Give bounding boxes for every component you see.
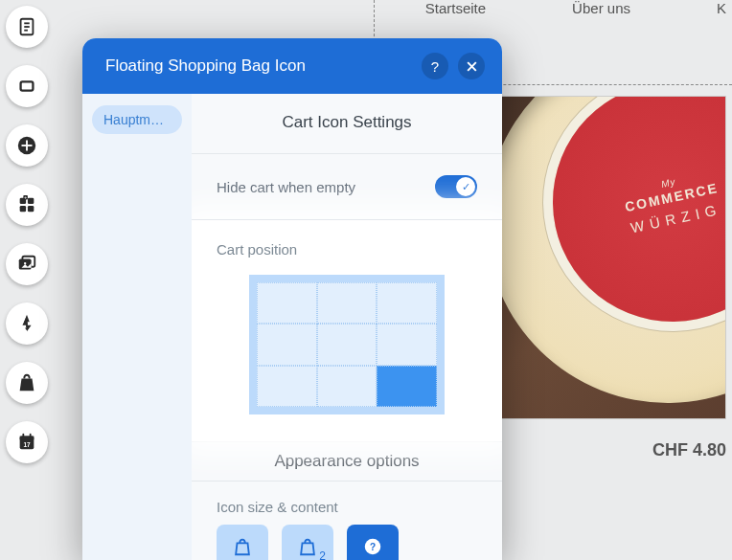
panel-header: Floating Shopping Bag Icon ?: [82, 38, 502, 94]
nav-item[interactable]: K: [717, 0, 726, 40]
icon-option-more[interactable]: ?: [347, 525, 399, 560]
svg-rect-4: [21, 81, 34, 90]
settings-panel: Floating Shopping Bag Icon ? Hauptm… Car…: [82, 38, 502, 560]
svg-text:?: ?: [370, 542, 376, 552]
cart-position-picker: [249, 275, 445, 414]
pos-middle-left[interactable]: [257, 324, 317, 365]
cart-position-label: Cart position: [217, 241, 477, 258]
section-title-settings: Cart Icon Settings: [217, 109, 477, 138]
svg-text:17: 17: [23, 441, 31, 448]
section-title-appearance: Appearance options: [192, 442, 502, 481]
hide-cart-label: Hide cart when empty: [217, 179, 355, 195]
store-icon[interactable]: [6, 362, 48, 404]
pages-icon[interactable]: [6, 6, 48, 48]
svg-rect-9: [28, 198, 34, 204]
editor-rail: + 17: [6, 0, 52, 463]
svg-rect-19: [20, 437, 34, 440]
svg-rect-21: [30, 434, 32, 438]
pos-bottom-right[interactable]: [377, 366, 437, 407]
site-nav: Startseite Über uns K: [425, 0, 732, 40]
svg-rect-7: [22, 145, 33, 146]
svg-text:+: +: [24, 195, 27, 200]
media-icon[interactable]: [6, 243, 48, 285]
product-price: CHF 4.80: [652, 440, 726, 485]
pos-top-center[interactable]: [317, 282, 377, 324]
close-button[interactable]: [458, 53, 485, 79]
pos-top-left[interactable]: [257, 282, 317, 324]
hide-cart-toggle[interactable]: ✓: [435, 175, 477, 198]
svg-rect-10: [20, 206, 26, 212]
add-icon[interactable]: [6, 124, 48, 167]
panel-main: Cart Icon Settings Hide cart when empty …: [192, 94, 502, 560]
events-icon[interactable]: 17: [6, 421, 48, 463]
sidebar-tab-main[interactable]: Hauptm…: [92, 105, 182, 134]
section-icon[interactable]: [6, 65, 48, 107]
nav-item[interactable]: Über uns: [572, 0, 630, 40]
svg-rect-11: [28, 206, 34, 212]
nav-item[interactable]: Startseite: [425, 0, 486, 40]
pos-top-right[interactable]: [377, 282, 437, 324]
svg-point-16: [24, 262, 26, 264]
check-icon: ✓: [456, 177, 475, 196]
svg-rect-17: [26, 322, 28, 327]
pos-middle-center[interactable]: [317, 324, 377, 365]
svg-rect-20: [22, 434, 24, 438]
design-icon[interactable]: [6, 302, 48, 345]
icon-size-label: Icon size & content: [192, 495, 502, 525]
panel-sidebar: Hauptm…: [82, 94, 192, 560]
icon-option-bag-count[interactable]: 2: [282, 525, 333, 560]
apps-icon[interactable]: +: [6, 184, 48, 226]
pos-bottom-left[interactable]: [257, 366, 317, 407]
icon-option-bag[interactable]: [217, 525, 268, 560]
help-button[interactable]: ?: [422, 53, 448, 79]
pos-middle-right[interactable]: [377, 324, 437, 365]
panel-title: Floating Shopping Bag Icon: [105, 56, 412, 76]
badge-count: 2: [319, 549, 326, 560]
pos-bottom-center[interactable]: [317, 366, 377, 407]
